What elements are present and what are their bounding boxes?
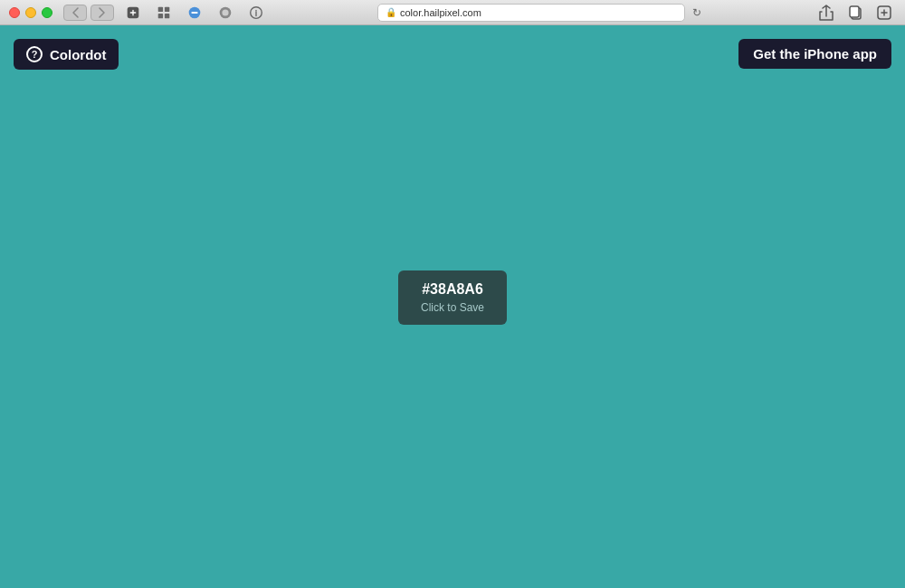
address-bar-container: 🔒 color.hailpixel.com ↻: [268, 4, 814, 22]
color-icon[interactable]: [214, 1, 237, 24]
iphone-app-label: Get the iPhone app: [753, 46, 877, 62]
traffic-lights: [9, 7, 52, 18]
color-tooltip[interactable]: #38A8A6 Click to Save: [398, 270, 507, 325]
logo-text: Colordot: [50, 47, 106, 62]
close-button[interactable]: [9, 7, 20, 18]
browser-content[interactable]: ? Colordot Get the iPhone app #38A8A6 Cl…: [0, 25, 905, 588]
minimize-button[interactable]: [25, 7, 36, 18]
question-mark: ?: [32, 49, 38, 60]
url-text: color.hailpixel.com: [400, 7, 481, 18]
question-icon: ?: [26, 46, 43, 62]
svg-rect-3: [158, 13, 163, 17]
title-bar: 🔒 color.hailpixel.com ↻: [0, 0, 905, 25]
color-hex-value: #38A8A6: [413, 281, 492, 298]
dash-icon[interactable]: [183, 1, 206, 24]
svg-point-7: [222, 9, 228, 15]
svg-rect-2: [165, 6, 169, 11]
color-save-label: Click to Save: [413, 301, 492, 314]
dashcode-icon[interactable]: [121, 1, 145, 24]
duplicate-button[interactable]: [843, 1, 867, 24]
back-button[interactable]: [63, 5, 87, 21]
reload-button[interactable]: ↻: [689, 5, 705, 21]
forward-button[interactable]: [90, 5, 114, 21]
address-bar[interactable]: 🔒 color.hailpixel.com: [377, 4, 685, 22]
iphone-app-button[interactable]: Get the iPhone app: [738, 39, 891, 69]
nav-buttons: [63, 5, 114, 21]
lock-icon: 🔒: [386, 7, 396, 17]
share-button[interactable]: [814, 1, 838, 24]
colordot-logo[interactable]: ? Colordot: [14, 39, 119, 70]
toolbar-icons: [121, 1, 268, 24]
right-toolbar: [814, 1, 896, 24]
grid-icon[interactable]: [152, 1, 176, 24]
add-tab-button[interactable]: [872, 1, 896, 24]
svg-rect-10: [850, 6, 859, 17]
svg-rect-4: [165, 13, 169, 17]
maximize-button[interactable]: [42, 7, 52, 18]
info-icon[interactable]: [244, 1, 268, 24]
svg-rect-1: [158, 6, 163, 11]
